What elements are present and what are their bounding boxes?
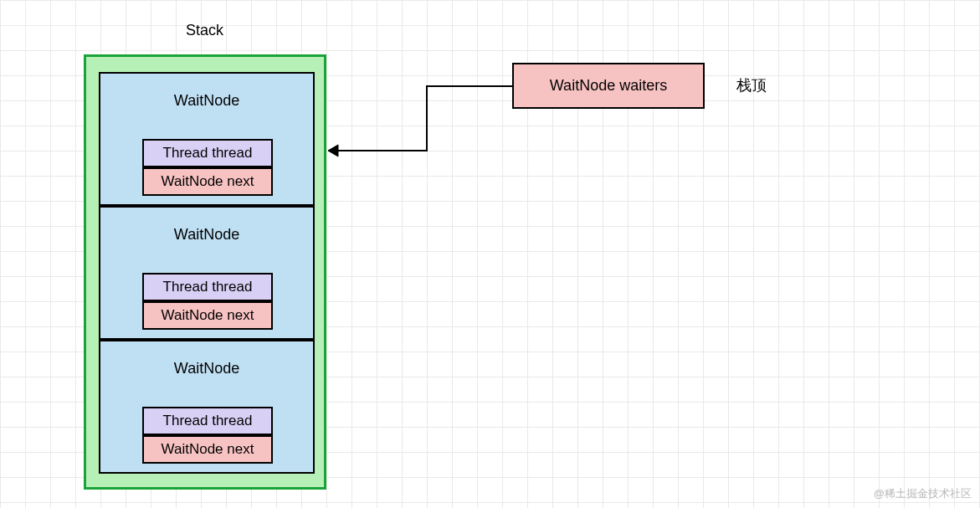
watermark: @稀土掘金技术社区 — [874, 486, 972, 501]
waitnode-3-next-field: WaitNode next — [142, 435, 273, 464]
stack-title: Stack — [186, 22, 223, 39]
waitnode-2-next-field: WaitNode next — [142, 301, 273, 330]
waitnode-1-next-field: WaitNode next — [142, 167, 273, 196]
waiters-box: WaitNode waiters — [512, 63, 705, 109]
waitnode-1-label: WaitNode — [100, 92, 313, 110]
waitnode-2: WaitNode Thread thread WaitNode next — [99, 206, 315, 340]
waitnode-3: WaitNode Thread thread WaitNode next — [99, 340, 315, 474]
stack-container: WaitNode Thread thread WaitNode next Wai… — [84, 54, 326, 490]
waitnode-2-thread-field: Thread thread — [142, 273, 273, 301]
waitnode-1-thread-field: Thread thread — [142, 139, 273, 167]
arrow-waiters-to-stack — [326, 84, 512, 159]
waitnode-3-thread-field: Thread thread — [142, 407, 273, 435]
waitnode-3-label: WaitNode — [100, 360, 313, 377]
stack-top-label: 栈顶 — [736, 75, 767, 95]
waitnode-1: WaitNode Thread thread WaitNode next — [99, 72, 315, 206]
waitnode-2-label: WaitNode — [100, 226, 313, 244]
